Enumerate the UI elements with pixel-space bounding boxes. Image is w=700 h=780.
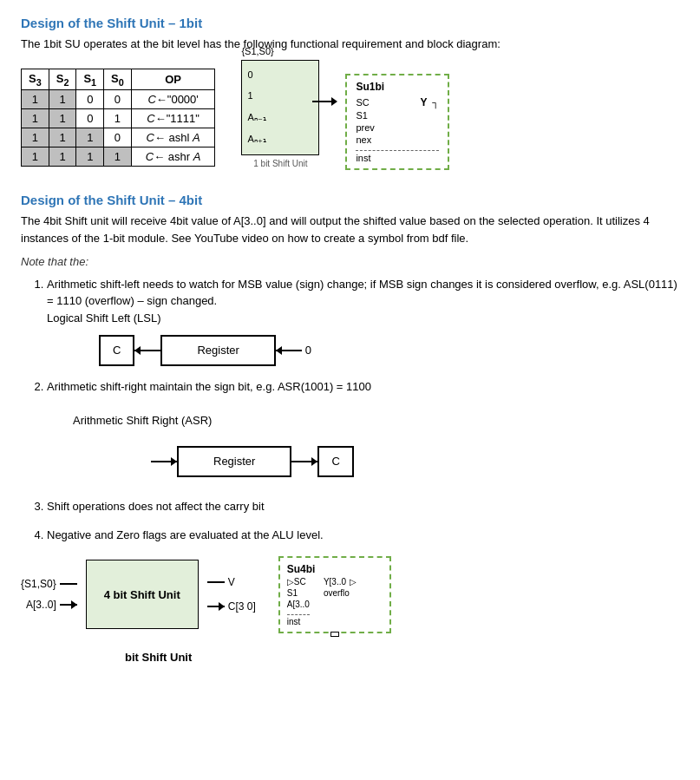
table-row: 1 <box>22 109 49 128</box>
table-row: 0 <box>76 109 104 128</box>
su4bi-symbol-inputs: ▷SC S1 A[3..0 inst <box>287 575 310 626</box>
mux-input-an1: Aₙ₋₁ <box>247 112 313 123</box>
su4bi-symbol-row: S1 <box>287 588 310 598</box>
su4bi-output-v: V <box>228 576 235 588</box>
mux-input-0: 0 <box>247 69 313 80</box>
su4bi-output-c: C[3 0] <box>228 600 256 613</box>
su1bi-port-prev: prev <box>356 122 374 133</box>
su4bi-box: 4 bit Shift Unit <box>86 560 199 629</box>
asr-wrapper: Arithmetic Shift Right (ASR) Register C <box>64 412 679 486</box>
section2-note: Note that the: <box>21 253 679 271</box>
bit-shift-unit-label: bit Shift Unit <box>125 651 679 664</box>
table-row: 1 <box>22 90 49 109</box>
mux-input-an2: Aₙ₊₁ <box>247 134 313 145</box>
asr-diagram: Register C <box>151 446 679 477</box>
su4bi-port-s1: S1 <box>287 588 298 598</box>
col-s0: S0 <box>104 69 132 90</box>
su1bi-output-y: Y <box>421 96 428 108</box>
su4bi-input-a: A[3..0] <box>26 599 56 611</box>
su4bi-symbol-title: Su4bi <box>287 563 383 575</box>
list-item-3: Shift operations does not affect the car… <box>47 498 679 515</box>
su4bi-port-sc: ▷SC <box>287 577 306 587</box>
su1bi-symbol: Su1bi SC Y ┐ S1 prev nex inst <box>345 74 449 170</box>
mux-box: 0 1 Aₙ₋₁ Aₙ₊₁ <box>241 60 319 155</box>
su4bi-input-s1s0: {S1,S0} <box>21 578 56 590</box>
su4bi-port-a30: A[3..0 <box>287 600 310 609</box>
table-row: 1 <box>49 147 76 167</box>
col-s2: S2 <box>49 69 76 90</box>
su1bi-row: prev <box>356 122 439 133</box>
lsl-diagram: C Register 0 <box>99 335 679 366</box>
table-row: 1 <box>22 147 49 167</box>
su1bi-output-box: ┐ <box>433 97 440 108</box>
list-item-1-text: Arithmetic shift-left needs to watch for… <box>47 278 677 308</box>
su1bi-port-sc: SC <box>356 97 369 108</box>
list-item-1-sublabel: Logical Shift Left (LSL) <box>47 311 161 324</box>
su4bi-bottom-port <box>330 632 339 637</box>
table-row: 1 <box>104 147 132 167</box>
su4bi-box-label: 4 bit Shift Unit <box>104 588 180 601</box>
asr-sublabel: Arithmetic Shift Right (ASR) <box>73 412 679 429</box>
col-s1: S1 <box>76 69 104 90</box>
table-row: 1 <box>76 128 104 147</box>
su4bi-outputs: V C[3 0] <box>207 576 256 613</box>
mux-sel-label: {S1,S0} <box>241 46 273 56</box>
table-row: 1 <box>76 147 104 167</box>
list-item-2-text: Arithmetic shift-right maintain the sign… <box>47 380 371 393</box>
col-s3: S3 <box>22 69 49 90</box>
su4bi-symbol: Su4bi ▷SC S1 A[3..0 inst Y[3..0 <box>270 556 391 633</box>
table-row: 1 <box>104 109 132 128</box>
list-item-3-text: Shift operations does not affect the car… <box>47 500 265 513</box>
list-item-2: Arithmetic shift-right maintain the sign… <box>47 378 679 486</box>
su4bi-symbol-block: Su4bi ▷SC S1 A[3..0 inst Y[3..0 <box>278 556 391 633</box>
table-row: 1 <box>49 90 76 109</box>
section1-content: S3 S2 S1 S0 OP 1 1 0 0 C←"0000' 1 1 0 1 … <box>21 60 679 176</box>
su4bi-out-y: Y[3..0 <box>324 577 346 587</box>
list-item-4: Negative and Zero flags are evaluated at… <box>47 527 679 544</box>
col-op: OP <box>131 69 215 90</box>
table-row: 0 <box>104 90 132 109</box>
mux-diagram: {S1,S0} 0 1 Aₙ₋₁ Aₙ₊₁ 1 bit Shift Unit <box>241 60 319 168</box>
table-row: C← ashl A <box>131 128 215 147</box>
truth-table: S3 S2 S1 S0 OP 1 1 0 0 C←"0000' 1 1 0 1 … <box>21 69 215 167</box>
su4bi-symbol-row: ▷SC <box>287 577 310 587</box>
su4bi-out-overflo: overflo <box>324 588 350 598</box>
su4bi-symbol-row: Y[3..0 ▷ <box>324 577 357 587</box>
su1bi-port-nex: nex <box>356 134 371 145</box>
su4bi-out-y-bracket: ▷ <box>350 577 357 587</box>
su1bi-row: SC Y ┐ <box>356 96 439 108</box>
asr-register-box: Register <box>177 446 291 477</box>
section2-description: The 4bit Shift unit will receive 4bit va… <box>21 213 679 246</box>
su1bi-port-s1: S1 <box>356 110 367 121</box>
su1bi-port-inst: inst <box>356 150 439 163</box>
lsl-c-box: C <box>99 335 134 366</box>
mux-input-1: 1 <box>247 90 313 101</box>
su4bi-inputs: {S1,S0} A[3..0] <box>21 578 77 611</box>
list-item-1: Arithmetic shift-left needs to watch for… <box>47 276 679 366</box>
su4bi-symbol-outputs: Y[3..0 ▷ overflo <box>324 575 357 626</box>
su1bi-title: Su1bi <box>356 81 439 93</box>
table-row: C←"0000' <box>131 90 215 109</box>
table-row: 1 <box>49 128 76 147</box>
table-row: 1 <box>49 109 76 128</box>
su1bi-block: Su1bi SC Y ┐ S1 prev nex inst <box>345 74 449 170</box>
table-row: 0 <box>104 128 132 147</box>
lsl-zero-label: 0 <box>305 342 311 359</box>
su4bi-section: {S1,S0} A[3..0] 4 bit Shift Unit V C[3 0… <box>21 556 679 633</box>
su1bi-row: nex <box>356 134 439 145</box>
mux-diagram-label: 1 bit Shift Unit <box>253 159 307 168</box>
section1-title: Design of the Shift Unit – 1bit <box>21 16 679 30</box>
table-row: C← ashr A <box>131 147 215 167</box>
section2-list: Arithmetic shift-left needs to watch for… <box>21 276 679 544</box>
section1-description: The 1bit SU operates at the bit level ha… <box>21 36 679 53</box>
lsl-register-box: Register <box>160 335 275 366</box>
su4bi-symbol-row: A[3..0 <box>287 600 310 609</box>
asr-c-box: C <box>317 446 353 477</box>
list-item-4-text: Negative and Zero flags are evaluated at… <box>47 528 324 541</box>
table-row: C←"1111" <box>131 109 215 128</box>
su4bi-symbol-row: overflo <box>324 588 357 598</box>
su1bi-row: S1 <box>356 110 439 121</box>
section2-title: Design of the Shift Unit – 4bit <box>21 193 679 207</box>
table-row: 1 <box>22 128 49 147</box>
table-row: 0 <box>76 90 104 109</box>
